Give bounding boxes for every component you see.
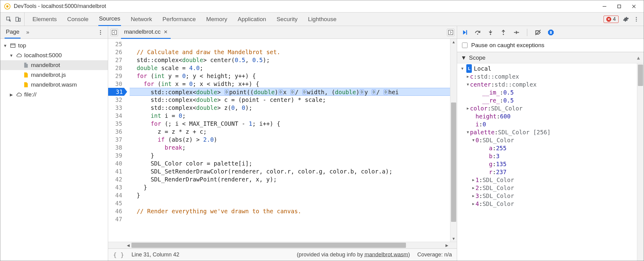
- panel-tab-application[interactable]: Application: [237, 13, 267, 26]
- navigator-tab-page[interactable]: Page: [5, 26, 21, 39]
- step-icon[interactable]: [513, 29, 520, 36]
- panel-tab-sources[interactable]: Sources: [98, 12, 121, 26]
- code-line[interactable]: std::complex<double> c = (point - center…: [130, 96, 450, 104]
- code-line[interactable]: std::complex<double> point((double)x / w…: [130, 88, 450, 96]
- editor-horizontal-scrollbar[interactable]: ◀ ▶: [108, 242, 457, 248]
- panel-tab-memory[interactable]: Memory: [206, 13, 228, 26]
- code-line[interactable]: break;: [130, 144, 450, 151]
- scope-local-header[interactable]: ▼L Local: [457, 65, 644, 73]
- line-number[interactable]: 36: [108, 128, 122, 136]
- tree-file-scheme[interactable]: ▶ file://: [0, 90, 108, 99]
- scope-variable-row[interactable]: ▶2: SDL_Color: [457, 184, 644, 192]
- window-maximize-button[interactable]: [612, 1, 627, 12]
- step-out-icon[interactable]: [500, 29, 507, 36]
- step-over-icon[interactable]: [474, 29, 481, 36]
- code-line[interactable]: [130, 40, 450, 48]
- line-number[interactable]: 35: [108, 120, 122, 128]
- code-line[interactable]: SDL_RenderDrawPoint(renderer, x, y);: [130, 175, 450, 183]
- line-number[interactable]: 38: [108, 144, 122, 151]
- code-line[interactable]: // Render everything we've drawn to the …: [130, 207, 450, 215]
- scope-variable-row[interactable]: ▶c: std::complex: [457, 73, 644, 80]
- scope-variable-row[interactable]: r: 237: [457, 168, 644, 176]
- line-number[interactable]: 40: [108, 159, 122, 167]
- line-number[interactable]: 46: [108, 207, 122, 215]
- code-line[interactable]: if (abs(z) > 2.0): [130, 136, 450, 144]
- navigator-more-tabs-icon[interactable]: »: [26, 29, 29, 35]
- scope-variable-row[interactable]: __im_: 0.5: [457, 88, 644, 96]
- line-number[interactable]: 32: [108, 96, 122, 104]
- deactivate-breakpoints-icon[interactable]: [535, 29, 541, 36]
- pause-on-caught-checkbox[interactable]: [462, 43, 468, 48]
- code-line[interactable]: double scale = 4.0;: [130, 64, 450, 72]
- inspect-element-icon[interactable]: [6, 16, 12, 22]
- scope-vertical-scrollbar[interactable]: [637, 63, 644, 261]
- panel-tab-lighthouse[interactable]: Lighthouse: [307, 13, 337, 26]
- code-line[interactable]: std::complex<double> center(0.5, 0.5);: [130, 56, 450, 64]
- code-line[interactable]: }: [130, 183, 450, 191]
- scope-variable-row[interactable]: ▼palette: SDL_Color [256]: [457, 128, 644, 136]
- code-line[interactable]: // Calculate and draw the Mandelbrot set…: [130, 48, 450, 56]
- code-line[interactable]: int i = 0;: [130, 112, 450, 120]
- scope-variable-row[interactable]: i: 0: [457, 120, 644, 128]
- line-number[interactable]: 31: [108, 88, 124, 96]
- editor-nav-back-icon[interactable]: [111, 29, 118, 36]
- debug-info-link[interactable]: mandelbrot.wasm: [365, 252, 408, 258]
- pause-on-exceptions-icon[interactable]: [547, 29, 554, 36]
- close-tab-icon[interactable]: ✕: [164, 29, 168, 35]
- line-number[interactable]: 47: [108, 215, 122, 223]
- code-line[interactable]: }: [130, 191, 450, 199]
- panel-tab-security[interactable]: Security: [276, 13, 298, 26]
- scope-variable-row[interactable]: b: 3: [457, 152, 644, 160]
- settings-gear-icon[interactable]: [623, 16, 629, 22]
- scroll-right-arrow-icon[interactable]: ▶: [443, 242, 450, 248]
- scope-section-header[interactable]: ▼Scope ▴: [457, 52, 644, 63]
- tree-file-mandelbrot-js[interactable]: mandelbrot.js: [0, 70, 108, 80]
- scope-variable-row[interactable]: ▶color: SDL_Color: [457, 104, 644, 112]
- scope-scroll-thumb[interactable]: [638, 65, 643, 86]
- panel-tab-console[interactable]: Console: [66, 13, 89, 26]
- line-number[interactable]: 30: [108, 80, 122, 88]
- error-count-badge[interactable]: ✕ 4: [604, 16, 619, 23]
- code-line[interactable]: [130, 199, 450, 207]
- code-line[interactable]: for (int x = 0; x < width; x++) {: [130, 80, 450, 88]
- window-minimize-button[interactable]: [597, 1, 612, 12]
- editor-tab-mandelbrot-cc[interactable]: mandelbrot.cc ✕: [121, 26, 171, 39]
- scope-variable-row[interactable]: ▼center: std::complex: [457, 80, 644, 88]
- scope-variable-row[interactable]: ▶1: SDL_Color: [457, 176, 644, 184]
- scope-variable-row[interactable]: ▶3: SDL_Color: [457, 192, 644, 200]
- code-line[interactable]: [130, 215, 450, 223]
- tree-root-top[interactable]: ▼ top: [0, 41, 108, 50]
- line-number[interactable]: 25: [108, 40, 122, 48]
- scope-variable-row[interactable]: g: 135: [457, 160, 644, 168]
- code-line[interactable]: SDL_Color color = palette[i];: [130, 159, 450, 167]
- window-close-button[interactable]: [627, 1, 641, 12]
- tree-file-mandelbrot[interactable]: mandelbrot: [0, 60, 108, 70]
- scope-variable-row[interactable]: ▶4: SDL_Color: [457, 200, 644, 208]
- scroll-up-arrow-icon[interactable]: ▲: [450, 39, 457, 45]
- scope-variable-row[interactable]: a: 255: [457, 144, 644, 152]
- scope-variable-row[interactable]: __re_: 0.5: [457, 96, 644, 104]
- panel-tab-performance[interactable]: Performance: [162, 13, 196, 26]
- line-number[interactable]: 45: [108, 199, 122, 207]
- line-number[interactable]: 34: [108, 112, 122, 120]
- step-into-icon[interactable]: [487, 29, 494, 36]
- code-line[interactable]: }: [130, 151, 450, 159]
- line-number[interactable]: 28: [108, 64, 122, 72]
- line-number[interactable]: 41: [108, 167, 122, 175]
- tree-origin[interactable]: ▼ localhost:5000: [0, 50, 108, 60]
- line-number[interactable]: 43: [108, 183, 122, 191]
- scroll-left-arrow-icon[interactable]: ◀: [125, 242, 131, 248]
- panel-tab-elements[interactable]: Elements: [32, 13, 57, 26]
- editor-nav-forward-icon[interactable]: [447, 29, 454, 36]
- code-line[interactable]: for (int y = 0; y < height; y++) {: [130, 72, 450, 80]
- pause-on-caught-option[interactable]: Pause on caught exceptions: [457, 39, 644, 52]
- line-number[interactable]: 42: [108, 175, 122, 183]
- code-editor-area[interactable]: // Calculate and draw the Mandelbrot set…: [125, 39, 450, 242]
- scope-variable-row[interactable]: height: 600: [457, 112, 644, 120]
- scroll-down-arrow-icon[interactable]: ▼: [450, 236, 457, 242]
- navigator-menu-icon[interactable]: [97, 29, 104, 35]
- device-toolbar-icon[interactable]: [15, 16, 21, 22]
- line-number[interactable]: 26: [108, 48, 122, 56]
- code-line[interactable]: std::complex<double> z(0, 0);: [130, 104, 450, 112]
- code-line[interactable]: z = z * z + c;: [130, 128, 450, 136]
